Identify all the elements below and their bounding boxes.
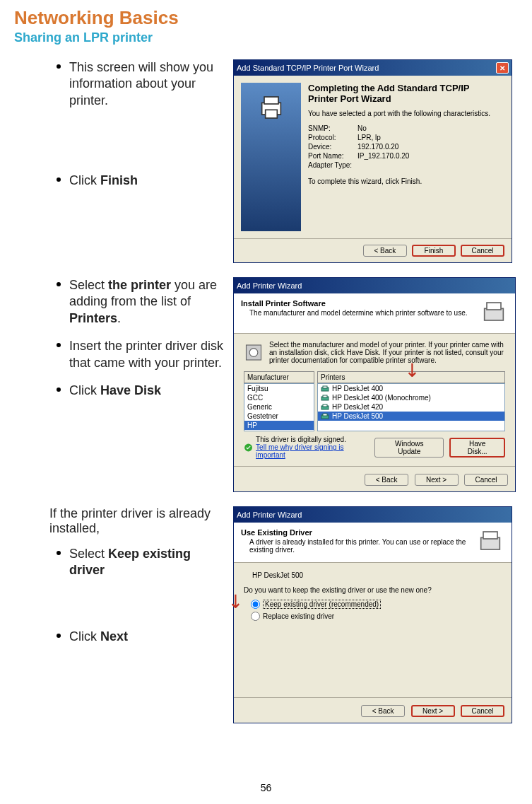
have-disk-button[interactable]: Have Disk...: [449, 438, 505, 458]
svg-rect-17: [483, 532, 497, 539]
signing-link[interactable]: Tell me why driver signing is important: [256, 443, 367, 459]
radio-input[interactable]: [251, 612, 260, 621]
signing-text: This driver is digitally signed.: [256, 436, 367, 443]
info-label: Adapter Type:: [308, 161, 357, 169]
printers-list[interactable]: HP DeskJet 400HP DeskJet 400 (Monochrome…: [317, 383, 505, 431]
info-value: LPR, lp: [357, 134, 381, 141]
header-title: Install Printer Software: [241, 299, 468, 308]
cancel-button[interactable]: Cancel: [461, 245, 504, 257]
radio-keep-existing[interactable]: Keep existing driver (recommended): [251, 600, 502, 609]
list-item[interactable]: Generic: [244, 402, 314, 412]
text-bold: Next: [100, 629, 128, 643]
printer-mini-icon: [321, 385, 329, 392]
list-item[interactable]: HP DeskJet 420: [318, 402, 504, 412]
wizard-sidebar: [241, 83, 301, 231]
svg-rect-2: [265, 110, 277, 118]
bullet-dot: [57, 551, 61, 555]
printer-name-text: HP DeskJet 400: [332, 385, 383, 392]
back-button[interactable]: < Back: [363, 245, 407, 257]
wizard-header: Install Printer Software The manufacture…: [234, 293, 515, 334]
list-item[interactable]: HP DeskJet 500: [318, 412, 504, 421]
next-button[interactable]: Next >: [411, 705, 455, 717]
dialog-body: HP DeskJet 500 Do you want to keep the e…: [234, 563, 512, 697]
bullet-text: Insert the printer driver disk that came…: [69, 338, 226, 371]
printer-icon: [476, 528, 504, 557]
title-text: Add Printer Wizard: [237, 511, 302, 519]
bullet-dot: [57, 282, 61, 286]
close-icon[interactable]: ✕: [496, 62, 509, 74]
info-value: 192.170.0.20: [357, 143, 398, 151]
section-3: If the printer driver is already install…: [14, 506, 518, 723]
intro-text: If the printer driver is already install…: [42, 506, 226, 536]
list-item[interactable]: HP DeskJet 400: [318, 384, 504, 393]
radio-label: Replace existing driver: [263, 612, 334, 620]
signing-row: This driver is digitally signed. Tell me…: [244, 436, 505, 459]
button-bar: < Back Next > Cancel: [234, 466, 515, 491]
driver-question: Do you want to keep the existing driver …: [244, 586, 502, 594]
info-label: Port Name:: [308, 152, 357, 160]
finish-button[interactable]: Finish: [412, 245, 456, 257]
back-button[interactable]: < Back: [361, 705, 405, 717]
list-item[interactable]: GCC: [244, 393, 314, 402]
printer-icon: [257, 93, 285, 122]
title-text: Add Printer Wizard: [237, 281, 302, 290]
section-2: Select the printer you are adding from t…: [14, 277, 518, 492]
svg-rect-14: [323, 414, 327, 416]
list-item[interactable]: Fujitsu: [244, 384, 314, 393]
instructions-3: If the printer driver is already install…: [14, 506, 233, 651]
instruction-row: Select the manufacturer and model of you…: [244, 341, 505, 364]
text-part: Click: [69, 629, 100, 643]
bullet-text: Click Have Disk: [69, 383, 161, 399]
text-part: Click: [69, 173, 100, 187]
instruction-text: Select the manufacturer and model of you…: [269, 341, 505, 364]
button-bar: < Back Next > Cancel: [234, 697, 512, 723]
bullet-item: Select Keep existing driver: [42, 546, 226, 579]
printer-name-text: HP DeskJet 400 (Monochrome): [332, 394, 431, 402]
manufacturer-header: Manufacturer: [244, 371, 314, 383]
page-number: 56: [0, 782, 532, 793]
header-desc: A driver is already installed for this p…: [249, 538, 476, 554]
svg-rect-3: [485, 308, 504, 320]
radio-replace[interactable]: Replace existing driver: [251, 612, 502, 621]
windows-update-button[interactable]: Windows Update: [374, 438, 444, 458]
bullet-item: Click Finish: [42, 173, 226, 189]
list-item[interactable]: HP: [244, 421, 314, 430]
info-label: Device:: [308, 143, 357, 151]
list-item[interactable]: Gestetner: [244, 412, 314, 421]
titlebar: Add Printer Wizard: [234, 278, 515, 293]
printer-name-text: HP DeskJet 500: [332, 412, 383, 420]
finish-instruction: To complete this wizard, click Finish.: [308, 177, 497, 185]
back-button[interactable]: < Back: [365, 474, 408, 486]
manufacturer-list[interactable]: FujitsuGCCGenericGestetnerHP: [244, 383, 314, 431]
svg-point-6: [249, 349, 258, 357]
list-item[interactable]: HP DeskJet 400 (Monochrome): [318, 393, 504, 402]
button-bar: < Back Finish Cancel: [234, 238, 512, 262]
printer-mini-icon: [321, 413, 329, 420]
wizard-title: Completing the Add Standard TCP/IP Print…: [308, 83, 497, 104]
instructions-2: Select the printer you are adding from t…: [14, 277, 233, 404]
svg-rect-10: [323, 395, 327, 397]
info-row: Adapter Type:: [308, 161, 497, 169]
cancel-button[interactable]: Cancel: [464, 474, 508, 486]
bullet-text: Select Keep existing driver: [69, 546, 226, 579]
bullet-dot: [57, 64, 61, 69]
info-row: Device:192.170.0.20: [308, 143, 497, 151]
text-part: .: [117, 311, 121, 325]
printer-mini-icon: [321, 404, 329, 411]
title-text: Add Standard TCP/IP Printer Port Wizard: [237, 64, 379, 72]
header-title: Use Existing Driver: [241, 528, 476, 537]
wizard-content: Completing the Add Standard TCP/IP Print…: [301, 83, 504, 231]
bullet-text: Click Finish: [69, 173, 138, 189]
bullet-dot: [57, 177, 61, 182]
bullet-item: Select the printer you are adding from t…: [42, 277, 226, 327]
next-button[interactable]: Next >: [415, 474, 459, 486]
bullet-text: Select the printer you are adding from t…: [69, 277, 226, 327]
disk-icon: [244, 341, 264, 364]
bullet-text: Click Next: [69, 629, 128, 645]
text-part: Select: [69, 547, 108, 561]
radio-input[interactable]: [251, 600, 260, 609]
cancel-button[interactable]: Cancel: [461, 705, 504, 717]
info-row: Protocol:LPR, lp: [308, 134, 497, 141]
bullet-item: This screen will show you information ab…: [42, 59, 226, 109]
bullet-item: Click Next: [42, 629, 226, 645]
